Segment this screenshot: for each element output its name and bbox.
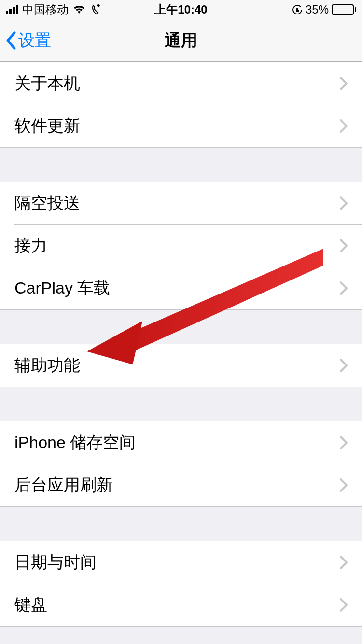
chevron-right-icon bbox=[340, 77, 348, 90]
chevron-right-icon bbox=[340, 281, 348, 295]
row-carplay[interactable]: CarPlay 车载 bbox=[0, 267, 362, 309]
row-iphone-storage[interactable]: iPhone 储存空间 bbox=[0, 421, 362, 464]
section-connectivity: 隔空投送 接力 CarPlay 车载 bbox=[0, 182, 362, 310]
status-bar: 中国移动 上午10:40 35% bbox=[0, 0, 362, 19]
row-label: 关于本机 bbox=[14, 72, 80, 95]
row-date-time[interactable]: 日期与时间 bbox=[0, 541, 362, 584]
row-label: 日期与时间 bbox=[14, 551, 97, 574]
status-right: 35% bbox=[292, 3, 356, 16]
chevron-right-icon bbox=[340, 196, 348, 210]
chevron-right-icon bbox=[340, 556, 348, 569]
row-software-update[interactable]: 软件更新 bbox=[0, 105, 362, 147]
row-handoff[interactable]: 接力 bbox=[0, 224, 362, 267]
chevron-right-icon bbox=[340, 359, 348, 372]
row-label: 隔空投送 bbox=[14, 192, 80, 214]
back-label: 设置 bbox=[18, 29, 51, 52]
chevron-right-icon bbox=[340, 478, 348, 492]
nav-title: 通用 bbox=[165, 29, 197, 52]
row-label: 接力 bbox=[14, 235, 47, 257]
battery-percent-label: 35% bbox=[306, 3, 329, 16]
battery-icon bbox=[332, 4, 356, 15]
section-storage: iPhone 储存空间 后台应用刷新 bbox=[0, 421, 362, 507]
chevron-right-icon bbox=[340, 239, 348, 252]
back-chevron-icon bbox=[5, 31, 16, 50]
row-label: iPhone 储存空间 bbox=[14, 432, 136, 454]
status-left: 中国移动 bbox=[6, 2, 101, 17]
row-label: 软件更新 bbox=[14, 115, 80, 137]
row-label: CarPlay 车载 bbox=[14, 277, 110, 299]
row-airdrop[interactable]: 隔空投送 bbox=[0, 182, 362, 224]
row-background-refresh[interactable]: 后台应用刷新 bbox=[0, 464, 362, 506]
status-time: 上午10:40 bbox=[154, 2, 207, 17]
row-label: 键盘 bbox=[14, 594, 47, 616]
row-accessibility[interactable]: 辅助功能 bbox=[0, 344, 362, 387]
section-system: 日期与时间 键盘 bbox=[0, 541, 362, 627]
call-forward-icon bbox=[90, 4, 101, 15]
row-keyboard[interactable]: 键盘 bbox=[0, 584, 362, 626]
row-about[interactable]: 关于本机 bbox=[0, 62, 362, 105]
section-about: 关于本机 软件更新 bbox=[0, 62, 362, 148]
signal-icon bbox=[6, 5, 18, 14]
back-button[interactable]: 设置 bbox=[0, 29, 51, 52]
orientation-lock-icon bbox=[292, 4, 303, 15]
wifi-icon bbox=[72, 5, 86, 14]
row-label: 辅助功能 bbox=[14, 354, 80, 377]
nav-bar: 设置 通用 bbox=[0, 19, 362, 62]
section-accessibility: 辅助功能 bbox=[0, 344, 362, 387]
chevron-right-icon bbox=[340, 598, 348, 612]
carrier-label: 中国移动 bbox=[22, 2, 69, 17]
chevron-right-icon bbox=[340, 436, 348, 449]
chevron-right-icon bbox=[340, 119, 348, 133]
content: 关于本机 软件更新 隔空投送 接力 CarPlay 车载 辅助功能 iPhone bbox=[0, 62, 362, 627]
row-label: 后台应用刷新 bbox=[14, 474, 113, 496]
